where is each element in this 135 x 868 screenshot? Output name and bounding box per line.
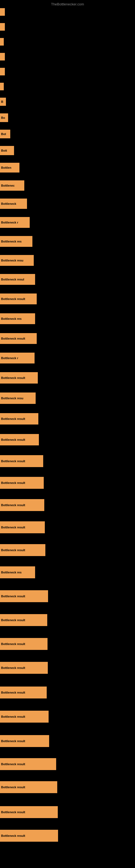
bar-row-8: Bot [0, 130, 10, 138]
bar-row-17: Bottleneck result [0, 293, 37, 304]
bar-row-39: Bottleneck result [0, 781, 57, 793]
bar-label-41: Bottleneck result [0, 830, 58, 842]
bar-row-38: Bottleneck result [0, 758, 56, 770]
bar-row-31: Bottleneck result [0, 590, 48, 602]
bar-label-14: Bottleneck res [0, 236, 32, 247]
bar-label-23: Bottleneck result [0, 413, 38, 425]
bar-label-19: Bottleneck result [0, 333, 37, 344]
bar-label-6: B [0, 98, 6, 106]
bar-label-37: Bottleneck result [0, 735, 49, 747]
bar-label-10: Bottlen [0, 163, 19, 173]
bar-label-31: Bottleneck result [0, 590, 48, 602]
bar-row-7: Bo [0, 113, 8, 122]
bar-label-21: Bottleneck result [0, 372, 38, 383]
bar-label-20: Bottleneck r [0, 352, 35, 364]
bar-label-32: Bottleneck result [0, 614, 47, 626]
bar-label-24: Bottleneck result [0, 434, 39, 445]
bar-label-40: Bottleneck result [0, 806, 58, 818]
bar-row-33: Bottleneck result [0, 638, 48, 650]
bar-label-2 [0, 38, 4, 45]
bar-row-2 [0, 38, 4, 45]
bar-label-30: Bottleneck res [0, 566, 35, 578]
bar-row-3 [0, 53, 5, 61]
bar-label-13: Bottleneck r [0, 217, 30, 228]
bar-row-29: Bottleneck result [0, 544, 45, 556]
bar-row-27: Bottleneck result [0, 499, 44, 511]
bar-label-0 [0, 8, 5, 16]
bar-label-38: Bottleneck result [0, 758, 56, 770]
bar-row-35: Bottleneck result [0, 686, 47, 699]
bar-label-9: Bott [0, 146, 14, 155]
bar-label-17: Bottleneck result [0, 293, 37, 304]
bar-label-11: Bottlenec [0, 180, 24, 191]
bar-row-32: Bottleneck result [0, 614, 47, 626]
bar-label-26: Bottleneck result [0, 477, 44, 489]
bar-row-40: Bottleneck result [0, 806, 58, 818]
bar-row-25: Bottleneck result [0, 455, 43, 467]
bar-label-15: Bottleneck resu [0, 255, 34, 266]
bar-label-25: Bottleneck result [0, 455, 43, 467]
bar-label-33: Bottleneck result [0, 638, 48, 650]
bar-label-18: Bottleneck res [0, 313, 35, 324]
bar-label-34: Bottleneck result [0, 662, 48, 674]
bar-row-24: Bottleneck result [0, 434, 39, 445]
bar-row-15: Bottleneck resu [0, 255, 34, 266]
bar-row-11: Bottlenec [0, 180, 24, 191]
bar-label-35: Bottleneck result [0, 686, 47, 699]
bar-row-23: Bottleneck result [0, 413, 38, 425]
bar-row-6: B [0, 98, 6, 106]
bar-row-0 [0, 8, 5, 16]
bar-row-14: Bottleneck res [0, 236, 32, 247]
bar-row-13: Bottleneck r [0, 217, 30, 228]
bar-label-29: Bottleneck result [0, 544, 45, 556]
bar-label-3 [0, 53, 5, 61]
bar-label-5 [0, 83, 4, 90]
bar-row-12: Bottleneck [0, 198, 27, 209]
bar-label-16: Bottleneck resul [0, 274, 35, 285]
bar-row-10: Bottlen [0, 163, 19, 173]
bar-label-27: Bottleneck result [0, 499, 44, 511]
bar-label-8: Bot [0, 130, 10, 138]
bar-row-4 [0, 68, 5, 75]
site-title: TheBottlenecker.com [0, 0, 135, 8]
bar-row-20: Bottleneck r [0, 352, 35, 364]
bar-label-39: Bottleneck result [0, 781, 57, 793]
bar-row-19: Bottleneck result [0, 333, 37, 344]
bar-label-1 [0, 23, 5, 31]
bar-label-4 [0, 68, 5, 75]
bar-row-21: Bottleneck result [0, 372, 38, 383]
bar-label-12: Bottleneck [0, 198, 27, 209]
bar-row-26: Bottleneck result [0, 477, 44, 489]
bar-row-28: Bottleneck result [0, 521, 45, 533]
bar-label-22: Bottleneck resu [0, 393, 36, 404]
bar-label-7: Bo [0, 113, 8, 122]
bar-label-28: Bottleneck result [0, 521, 45, 533]
bar-row-16: Bottleneck resul [0, 274, 35, 285]
bar-row-37: Bottleneck result [0, 735, 49, 747]
bar-row-18: Bottleneck res [0, 313, 35, 324]
bar-row-30: Bottleneck res [0, 566, 35, 578]
bar-row-36: Bottleneck result [0, 711, 49, 723]
bar-row-5 [0, 83, 4, 90]
bar-row-9: Bott [0, 146, 14, 155]
bar-label-36: Bottleneck result [0, 711, 49, 723]
bar-row-1 [0, 23, 5, 31]
bar-row-34: Bottleneck result [0, 662, 48, 674]
bar-row-22: Bottleneck resu [0, 393, 36, 404]
bar-row-41: Bottleneck result [0, 830, 58, 842]
